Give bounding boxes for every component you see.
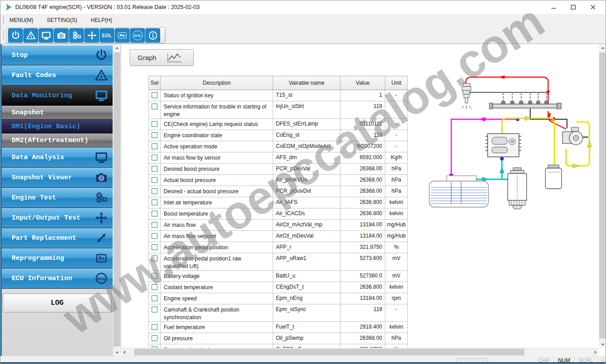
sidebar-scrollbar[interactable]: [113, 44, 120, 356]
main-horizontal-scrollbar[interactable]: [121, 348, 599, 355]
scroll-down-button[interactable]: [113, 348, 121, 356]
row-checkbox[interactable]: [152, 256, 157, 261]
log-button[interactable]: LOG: [3, 294, 112, 312]
row-checkbox[interactable]: [152, 166, 157, 172]
row-checkbox[interactable]: [152, 273, 157, 279]
scroll-left-button[interactable]: [121, 348, 128, 356]
sidebar-item[interactable]: Input/Output Test: [2, 208, 113, 228]
sidebar-item[interactable]: Engine Test: [2, 188, 113, 208]
stop-button[interactable]: [8, 28, 23, 43]
sidebar-item[interactable]: Data Analysis: [2, 147, 113, 168]
warning-icon: [96, 70, 107, 80]
sidebar-list: Stop Fault Codes Data Monitoring Snapsho…: [2, 45, 113, 289]
row-checkbox[interactable]: [152, 155, 157, 160]
description-cell: Air mass flow: [161, 220, 273, 231]
app-window: DL06/08 T4F engine(SCR) - VERSION : 03.0…: [0, 0, 606, 364]
row-checkbox[interactable]: [152, 222, 157, 228]
menu-item-setting[interactable]: SETTING(S): [45, 16, 79, 25]
row-checkbox[interactable]: [152, 233, 157, 239]
sidebar-item[interactable]: DM2(Aftertreatment): [2, 134, 113, 147]
ecu-information-button[interactable]: ECU: [130, 28, 145, 43]
row-checkbox[interactable]: [152, 211, 157, 217]
variable-cell: CoEng_st: [273, 130, 340, 141]
scroll-right-button[interactable]: [591, 348, 599, 356]
scroll-down-button[interactable]: [599, 340, 606, 348]
table-row: Oil pressure Oil_pSwmp 26368.00 hPa: [149, 333, 408, 344]
engine-test-button[interactable]: [69, 28, 84, 43]
unit-cell: kelvin: [385, 208, 408, 220]
description-cell: Air mass flow setpoint: [161, 231, 273, 242]
eol-button[interactable]: EOL: [100, 28, 114, 43]
row-checkbox[interactable]: [152, 335, 157, 341]
row-checkbox[interactable]: [152, 188, 157, 194]
gears-icon: [73, 31, 80, 39]
sidebar-item[interactable]: Reprogramming: [2, 248, 113, 269]
scrollbar-thumb[interactable]: [134, 349, 524, 355]
table-row: Air mass flow by sensor AFS_dm 6592.000 …: [149, 152, 408, 164]
sidebar-item[interactable]: Snapshot: [2, 106, 113, 120]
value-cell: '01110111: [340, 119, 385, 130]
description-cell: CE(Check engine) Lamp request status: [161, 119, 273, 130]
sidebar-item[interactable]: Snapshot Viewer: [2, 168, 113, 188]
row-checkbox[interactable]: [152, 295, 157, 301]
sidebar-item[interactable]: ECU Information: [2, 269, 113, 289]
reprogramming-button[interactable]: Re: [115, 28, 130, 43]
row-checkbox[interactable]: [152, 244, 157, 250]
unit-cell: hPa: [385, 164, 408, 175]
row-checkbox[interactable]: [152, 177, 157, 183]
close-button[interactable]: [583, 0, 603, 14]
row-checkbox[interactable]: [152, 121, 157, 127]
scrollbar-thumb[interactable]: [113, 52, 120, 347]
table-row: Inlet air temperature Air_tAFS 2636.800 …: [149, 197, 408, 208]
sidebar-item[interactable]: Fault Codes: [2, 65, 113, 86]
scroll-up-button[interactable]: [599, 44, 606, 52]
sidebar-item[interactable]: Data Monitoring: [2, 86, 113, 106]
sidebar-item[interactable]: Stop: [2, 45, 113, 65]
row-checkbox[interactable]: [152, 132, 157, 138]
table-row: Coolant temperature CEngDsT_t 2636.800 k…: [149, 282, 408, 293]
sidebar: Stop Fault Codes Data Monitoring Snapsho…: [0, 44, 113, 356]
scroll-up-button[interactable]: [113, 44, 121, 52]
value-cell: 26368.00: [340, 164, 385, 175]
unit-cell: mg/Hub: [385, 231, 408, 242]
menu-item-menu[interactable]: MENU(M): [8, 16, 35, 25]
line-chart-icon: [166, 52, 183, 64]
description-cell: Status of ignition key: [161, 90, 273, 101]
swap-arrows-icon: [97, 234, 106, 243]
description-cell: Engine coordinator state: [161, 130, 273, 141]
main-vertical-scrollbar[interactable]: [599, 44, 606, 348]
snapshot-button[interactable]: [54, 28, 69, 43]
row-checkbox[interactable]: [152, 284, 157, 290]
menu-item-help[interactable]: HELP(H): [89, 16, 114, 25]
unit-cell: hPa: [385, 175, 408, 186]
io-test-button[interactable]: [84, 28, 99, 43]
variable-cell: APP_r: [273, 242, 340, 253]
value-cell: 2636.800: [340, 197, 385, 208]
row-checkbox[interactable]: [152, 143, 157, 149]
row-checkbox[interactable]: [152, 324, 157, 330]
sidebar-item[interactable]: DM1(Engine Basic): [2, 120, 113, 134]
table-row: Status of ignition key T15_st 1 -: [149, 90, 408, 101]
graph-button[interactable]: Graph: [130, 49, 194, 66]
data-monitoring-button[interactable]: [39, 28, 53, 43]
variable-cell: Air_tCACDs: [273, 208, 340, 220]
value-cell: 2918.400: [340, 322, 385, 333]
scrollbar-thumb[interactable]: [599, 52, 606, 338]
value-cell: 119: [340, 130, 385, 141]
maximize-button[interactable]: [563, 0, 583, 14]
sidebar-item[interactable]: Part Replacement: [2, 228, 113, 248]
row-checkbox[interactable]: [152, 307, 157, 312]
row-checkbox[interactable]: [152, 92, 157, 98]
variable-cell: AirCtl_mActVal_mp: [273, 220, 340, 231]
toolbar-overflow-chevron[interactable]: ▾: [158, 38, 160, 41]
unit-cell: mg/Hub: [385, 220, 408, 231]
toolbar: EOL Re ECU ▾: [0, 26, 606, 44]
minimize-button[interactable]: [544, 0, 563, 14]
row-checkbox[interactable]: [152, 104, 157, 109]
variable-cell: PCR_pGovDvt: [273, 186, 340, 197]
row-checkbox[interactable]: [152, 199, 157, 205]
menu-grip: [3, 17, 4, 24]
fault-codes-button[interactable]: [23, 28, 38, 43]
column-header: Value: [340, 76, 385, 90]
unit-cell: -: [385, 90, 408, 101]
